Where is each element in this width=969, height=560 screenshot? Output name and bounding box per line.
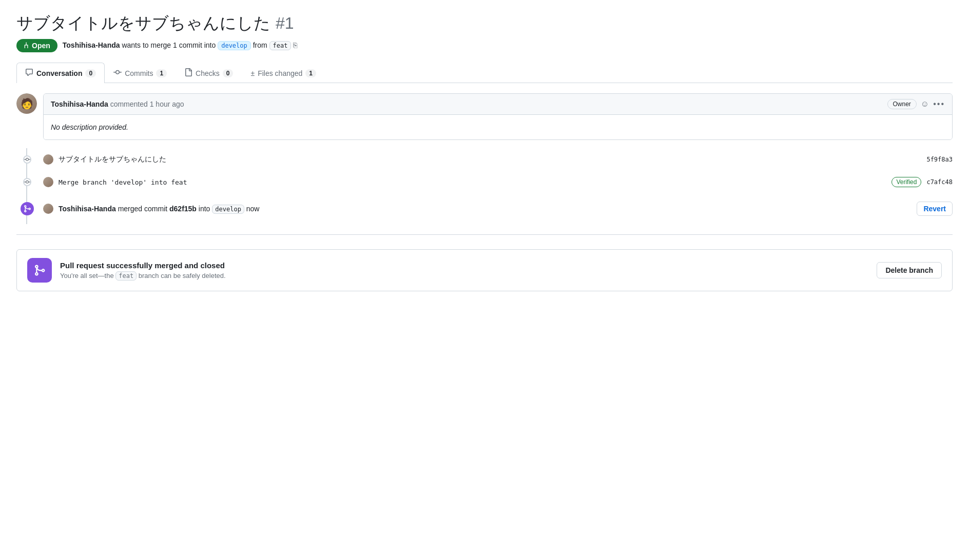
tab-checks-count: 0 <box>223 69 234 77</box>
commit-sha-1[interactable]: 5f9f8a3 <box>926 156 953 163</box>
comment-body: No description provided. <box>44 115 952 139</box>
merge-commit[interactable]: d62f15b <box>169 205 197 213</box>
commit-sha-2[interactable]: c7afc48 <box>926 178 953 186</box>
merged-banner-title: Pull request successfully merged and clo… <box>60 261 868 270</box>
merge-event-icon <box>21 202 34 215</box>
comment-author[interactable]: Toshihisa-Handa <box>51 100 108 108</box>
comment-time: commented 1 hour ago <box>110 100 184 108</box>
tabs: Conversation 0 Commits 1 Checks 0 ± File… <box>16 63 953 83</box>
section-divider <box>16 234 953 235</box>
comment-box: Toshihisa-Handa commented 1 hour ago Own… <box>43 93 953 140</box>
content-area: 🧑 Toshihisa-Handa commented 1 hour ago O… <box>16 93 953 291</box>
commit-item-2: Merge branch 'develop' into feat Verifie… <box>43 171 953 193</box>
merge-action: merged commit <box>118 205 169 213</box>
timeline: サブタイトルをサブちゃんにした 5f9f8a3 Merge branch 'de… <box>16 148 953 224</box>
status-label: Open <box>32 42 50 50</box>
commit-avatar-1 <box>43 154 53 165</box>
merged-banner-subtitle: You're all set—the feat branch can be sa… <box>60 272 868 279</box>
merge-time: now <box>246 205 260 213</box>
tab-files-changed[interactable]: ± Files changed 1 <box>242 63 325 83</box>
merged-banner: Pull request successfully merged and clo… <box>16 249 953 291</box>
tab-conversation[interactable]: Conversation 0 <box>16 63 105 83</box>
tab-commits[interactable]: Commits 1 <box>105 63 176 83</box>
banner-branch: feat <box>115 271 137 281</box>
commit-dot-1 <box>23 155 31 164</box>
tab-files-count: 1 <box>305 69 316 77</box>
merge-actor[interactable]: Toshihisa-Handa <box>59 205 116 213</box>
avatar: 🧑 <box>16 93 37 114</box>
merge-event: Toshihisa-Handa merged commit d62f15b in… <box>43 193 953 224</box>
pr-number: #1 <box>276 14 294 33</box>
tab-checks-label: Checks <box>196 69 220 77</box>
verified-badge: Verified <box>892 177 921 187</box>
tab-commits-count: 1 <box>156 69 167 77</box>
tab-conversation-count: 0 <box>85 69 96 77</box>
commit-avatar-2 <box>43 177 53 187</box>
commit-message-2: Merge branch 'develop' into feat <box>59 178 886 186</box>
owner-badge: Owner <box>887 99 917 109</box>
open-merge-icon: ⑃ <box>24 41 29 50</box>
comment-header-right: Owner ☺ ••• <box>887 99 945 109</box>
avatar-image: 🧑 <box>16 93 37 114</box>
merge-event-avatar <box>43 204 53 214</box>
conversation-icon <box>25 68 33 78</box>
commit-dot-2 <box>23 178 31 186</box>
copy-branch-icon[interactable]: ⎘ <box>293 41 297 49</box>
banner-sub-prefix: You're all set—the <box>60 272 114 279</box>
merged-banner-text: Pull request successfully merged and clo… <box>60 261 868 279</box>
comment-text: No description provided. <box>51 123 128 131</box>
files-changed-icon: ± <box>250 69 255 77</box>
pr-action: wants to merge 1 commit into <box>122 41 216 49</box>
merge-into: into <box>199 205 212 213</box>
more-options-button[interactable]: ••• <box>933 99 945 109</box>
commit-item-1: サブタイトルをサブちゃんにした 5f9f8a3 <box>43 148 953 171</box>
merge-branch: develop <box>212 205 244 214</box>
pr-title: サブタイトルをサブちゃんにした #1 <box>16 12 953 35</box>
merge-event-text: Toshihisa-Handa merged commit d62f15b in… <box>59 205 912 213</box>
tab-conversation-label: Conversation <box>36 69 82 77</box>
comment-header-left: Toshihisa-Handa commented 1 hour ago <box>51 100 184 108</box>
pr-author: Toshihisa-Handa <box>63 41 120 49</box>
commits-icon <box>113 68 122 78</box>
comment-header: Toshihisa-Handa commented 1 hour ago Own… <box>44 94 952 115</box>
commit-message-1: サブタイトルをサブちゃんにした <box>59 155 921 164</box>
pr-meta: Toshihisa-Handa wants to merge 1 commit … <box>63 41 298 50</box>
tab-checks[interactable]: Checks 0 <box>176 63 242 83</box>
emoji-reaction-button[interactable]: ☺ <box>921 99 929 109</box>
tab-files-label: Files changed <box>258 69 302 77</box>
banner-sub-suffix: branch can be safely deleted. <box>139 272 226 279</box>
source-branch[interactable]: feat <box>269 41 292 50</box>
delete-branch-button[interactable]: Delete branch <box>877 262 942 278</box>
status-badge: ⑃ Open <box>16 39 57 52</box>
pr-status-row: ⑃ Open Toshihisa-Handa wants to merge 1 … <box>16 39 953 52</box>
merged-banner-icon <box>27 258 52 283</box>
target-branch[interactable]: develop <box>218 41 251 50</box>
checks-icon <box>184 68 192 78</box>
revert-button[interactable]: Revert <box>917 202 953 216</box>
tab-commits-label: Commits <box>125 69 153 77</box>
pr-title-text: サブタイトルをサブちゃんにした <box>16 12 270 35</box>
pr-from-label: from <box>253 41 269 49</box>
comment-block: 🧑 Toshihisa-Handa commented 1 hour ago O… <box>16 93 953 140</box>
